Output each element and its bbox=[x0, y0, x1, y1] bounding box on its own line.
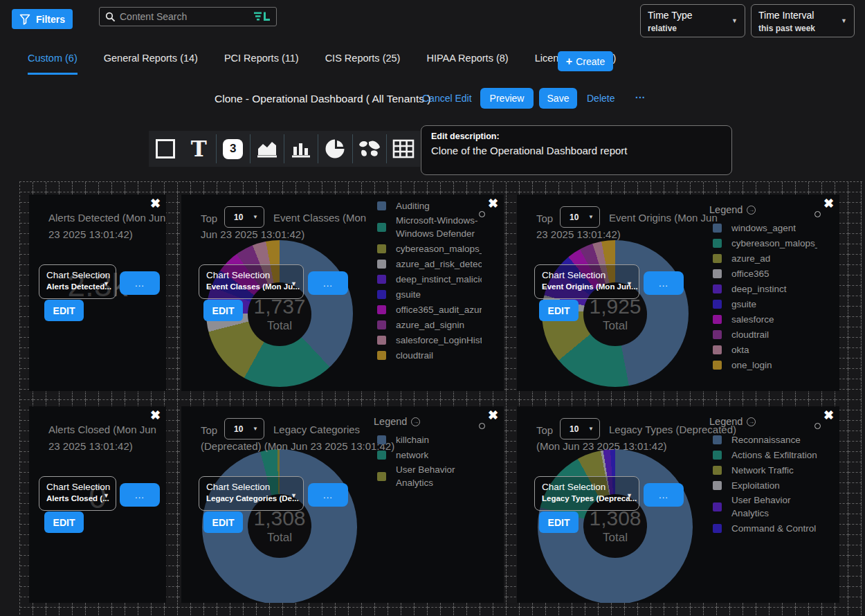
widget-edit-button[interactable]: EDIT bbox=[203, 300, 243, 321]
pie-chart-icon[interactable] bbox=[318, 131, 352, 167]
legend-item[interactable]: killchain bbox=[377, 433, 482, 446]
legend-item[interactable]: gsuite bbox=[377, 287, 482, 301]
top-n-dropdown[interactable]: 10 ▼ bbox=[224, 206, 264, 228]
legend-label: office365_audit_azuread bbox=[396, 303, 482, 316]
area-chart-icon[interactable] bbox=[251, 131, 284, 167]
legend-item[interactable]: deep_instinct_malicious bbox=[377, 272, 482, 286]
bar-chart-icon[interactable] bbox=[284, 131, 318, 167]
widget-edit-button[interactable]: EDIT bbox=[539, 511, 579, 533]
legend-item[interactable]: network bbox=[377, 448, 482, 462]
more-options-link[interactable]: ... bbox=[635, 89, 646, 100]
close-icon[interactable]: ✖ bbox=[823, 408, 834, 423]
resize-handle-icon[interactable] bbox=[814, 211, 821, 217]
tab-pci-reports[interactable]: PCI Reports (11) bbox=[224, 53, 299, 73]
report-tabs: Custom (6) General Reports (14) PCI Repo… bbox=[28, 53, 616, 75]
legend-swatch bbox=[713, 254, 722, 263]
close-icon[interactable]: ✖ bbox=[488, 196, 498, 211]
legend-item[interactable]: salesforce_LoginHistory bbox=[377, 333, 482, 347]
legend-item[interactable]: Actions & Exfiltration bbox=[713, 448, 817, 462]
create-label: Create bbox=[576, 56, 605, 67]
legend-item[interactable]: Exploitation bbox=[713, 478, 817, 492]
top-n-dropdown[interactable]: 10 ▼ bbox=[560, 418, 600, 440]
legend-item[interactable]: salesforce bbox=[713, 312, 817, 326]
widget-more-button[interactable]: ... bbox=[308, 271, 348, 295]
widget-edit-button[interactable]: EDIT bbox=[203, 511, 243, 533]
widget-more-button[interactable]: ... bbox=[644, 271, 684, 295]
legend-item[interactable]: Reconnaissance bbox=[713, 433, 817, 446]
resize-handle-icon[interactable] bbox=[479, 423, 485, 429]
close-icon[interactable]: ✖ bbox=[150, 196, 161, 211]
legend-item[interactable]: User Behavior Analytics bbox=[713, 493, 817, 520]
legend-swatch bbox=[713, 269, 722, 278]
legend-item[interactable]: Network Traffic bbox=[713, 463, 817, 477]
widget-more-button[interactable]: ... bbox=[644, 483, 684, 507]
chart-selection-dropdown[interactable]: Chart Selection Legacy Types (Depreca...… bbox=[534, 476, 639, 511]
tab-hipaa-reports[interactable]: HIPAA Reports (8) bbox=[426, 53, 508, 73]
filters-button[interactable]: Filters bbox=[12, 9, 73, 29]
widget-edit-button[interactable]: EDIT bbox=[539, 300, 579, 321]
cancel-edit-link[interactable]: Cancel Edit bbox=[422, 93, 472, 104]
close-icon[interactable]: ✖ bbox=[488, 408, 498, 423]
time-type-select[interactable]: Time Type relative ▼ bbox=[640, 4, 745, 37]
delete-link[interactable]: Delete bbox=[587, 93, 614, 104]
legend-item[interactable]: gsuite bbox=[713, 297, 817, 311]
top-n-dropdown[interactable]: 10 ▼ bbox=[560, 206, 600, 228]
legend-item[interactable]: cybereason_malops_all_ bbox=[377, 242, 482, 255]
resize-handle-icon[interactable] bbox=[479, 211, 485, 217]
widget-more-button[interactable]: ... bbox=[120, 271, 160, 295]
close-icon[interactable]: ✖ bbox=[150, 408, 161, 423]
tab-cis-reports[interactable]: CIS Reports (25) bbox=[325, 53, 401, 73]
preview-button[interactable]: Preview bbox=[480, 88, 534, 109]
legend-item[interactable]: azure_ad bbox=[713, 251, 817, 265]
table-icon[interactable] bbox=[387, 131, 420, 167]
chevron-down-icon: ▼ bbox=[626, 492, 632, 499]
map-icon[interactable] bbox=[353, 131, 386, 167]
text-icon[interactable]: T bbox=[182, 131, 215, 167]
legend-swatch bbox=[713, 239, 722, 248]
number-icon[interactable]: 3 bbox=[217, 131, 250, 167]
legend-item[interactable]: office365 bbox=[713, 266, 817, 280]
create-button[interactable]: + Create bbox=[558, 51, 613, 71]
chart-selection-dropdown[interactable]: Chart Selection Event Classes (Mon Ju...… bbox=[199, 264, 304, 299]
chart-selection-dropdown[interactable]: Chart Selection Event Origins (Mon Jun..… bbox=[534, 264, 639, 299]
legend-item[interactable]: deep_instinct bbox=[713, 282, 817, 296]
widget-edit-button[interactable]: EDIT bbox=[44, 300, 84, 321]
chart-selection-dropdown[interactable]: Chart Selection Alerts Detected... ▼ bbox=[39, 264, 116, 299]
save-button[interactable]: Save bbox=[539, 88, 577, 109]
time-type-value: relative bbox=[648, 24, 738, 33]
widget-edit-button[interactable]: EDIT bbox=[44, 511, 84, 533]
legend-item[interactable]: cloudtrail bbox=[713, 327, 817, 341]
time-interval-value: this past week bbox=[758, 24, 847, 33]
legend-header: Legend → bbox=[709, 416, 817, 427]
edit-description-box[interactable]: Edit description: Clone of the Operation… bbox=[421, 125, 732, 175]
legend-item[interactable]: User Behavior Analytics bbox=[377, 463, 482, 489]
tab-general-reports[interactable]: General Reports (14) bbox=[104, 53, 198, 73]
legend-item[interactable]: Microsoft-Windows-Windows Defender bbox=[377, 214, 482, 240]
widget-more-button[interactable]: ... bbox=[120, 483, 160, 507]
legend-item[interactable]: Command & Control bbox=[713, 521, 817, 535]
legend-item[interactable]: office365_audit_azuread bbox=[377, 302, 482, 316]
legend-expand-icon[interactable]: → bbox=[747, 206, 756, 215]
resize-handle-icon[interactable] bbox=[814, 423, 821, 429]
legend-item[interactable]: cybereason_malops_all_ bbox=[713, 236, 817, 250]
tab-custom[interactable]: Custom (6) bbox=[28, 53, 78, 75]
time-type-label: Time Type bbox=[648, 10, 738, 21]
legend-item[interactable]: azure_ad_signin bbox=[377, 318, 482, 332]
legend-item[interactable]: cloudtrail bbox=[377, 348, 482, 362]
widget-more-button[interactable]: ... bbox=[308, 483, 348, 507]
legend-item[interactable]: Auditing bbox=[377, 199, 482, 212]
legend-swatch bbox=[377, 435, 386, 444]
chart-selection-dropdown[interactable]: Chart Selection Alerts Closed (... ▼ bbox=[39, 476, 116, 511]
legend-item[interactable]: azure_ad_risk_detection bbox=[377, 257, 482, 271]
legend-expand-icon[interactable]: → bbox=[411, 417, 420, 426]
top-n-dropdown[interactable]: 10 ▼ bbox=[224, 418, 264, 440]
legend-expand-icon[interactable]: → bbox=[747, 417, 756, 426]
legend-item[interactable]: windows_agent bbox=[713, 221, 817, 235]
legend-item[interactable]: okta bbox=[713, 343, 817, 356]
container-icon[interactable] bbox=[149, 131, 182, 167]
close-icon[interactable]: ✖ bbox=[823, 196, 834, 211]
search-input[interactable] bbox=[120, 11, 254, 22]
legend-item[interactable]: one_login bbox=[713, 358, 817, 372]
chart-selection-dropdown[interactable]: Chart Selection Legacy Categories (De...… bbox=[199, 476, 304, 511]
time-interval-select[interactable]: Time Interval this past week ▼ bbox=[751, 4, 855, 37]
